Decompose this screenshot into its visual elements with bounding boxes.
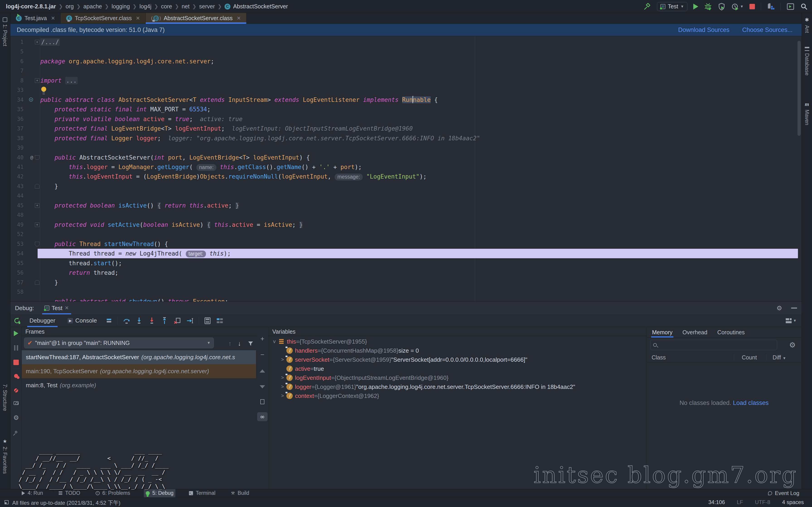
move-watch-up-button[interactable] <box>256 366 269 376</box>
load-classes-link[interactable]: Load classes <box>733 399 769 406</box>
expand-toggle-icon[interactable]: > <box>279 384 286 390</box>
breadcrumb-class[interactable]: AbstractSocketServer <box>233 3 288 10</box>
tab-coroutines[interactable]: Coroutines <box>717 327 745 337</box>
column-class[interactable]: Class <box>652 354 666 361</box>
column-count[interactable]: Count <box>742 354 757 361</box>
step-into-icon[interactable] <box>135 317 143 325</box>
variable-row[interactable]: fhandlers = {ConcurrentHashMap@1958} siz… <box>279 346 646 355</box>
project-structure-icon[interactable] <box>767 3 775 10</box>
implemented-gutter-icon[interactable]: ▾ <box>29 98 34 102</box>
tool-window-button-terminal[interactable]: >_Terminal <box>187 489 217 497</box>
move-watch-down-button[interactable] <box>256 382 269 392</box>
memory-settings-gear-icon[interactable]: ⚙ <box>789 341 796 349</box>
tab-overhead[interactable]: Overhead <box>682 327 707 337</box>
thread-dropdown[interactable]: ✔ "main"@1 in group "main": RUNNING ▼ <box>24 337 214 348</box>
hide-tool-window-icon[interactable] <box>791 307 797 308</box>
tab-console[interactable]: ▶Console <box>64 315 100 327</box>
breadcrumb-jar[interactable]: log4j-core-2.8.1.jar <box>6 3 56 10</box>
breadcrumb-item[interactable]: logging <box>111 3 130 10</box>
frame-row[interactable]: main:190, TcpSocketServer(org.apache.log… <box>22 364 256 378</box>
next-frame-icon[interactable]: ↓ <box>238 340 241 347</box>
code-editor[interactable]: 1+/.../56package org.apache.logging.log4… <box>10 36 802 301</box>
prev-frame-icon[interactable]: ↑ <box>229 340 232 347</box>
chevron-down-icon[interactable]: ▼ <box>740 5 744 9</box>
breadcrumb-item[interactable]: org <box>65 3 73 10</box>
search-everywhere-icon[interactable] <box>800 3 808 10</box>
run-anything-icon[interactable] <box>786 3 794 10</box>
close-icon[interactable]: ✕ <box>51 15 55 21</box>
variable-row[interactable]: >fcontext = {LoggerContext@1962} <box>279 391 646 400</box>
close-icon[interactable]: ✕ <box>237 15 241 21</box>
step-over-icon[interactable] <box>122 317 130 325</box>
tool-button-ant[interactable]: ✱Ant <box>804 17 810 33</box>
status-layout-icon[interactable] <box>5 500 9 504</box>
fold-open-icon[interactable] <box>35 155 39 160</box>
tool-window-button-problems[interactable]: !6: Problems <box>94 489 132 497</box>
expand-toggle-icon[interactable]: v <box>270 339 278 344</box>
variable-row[interactable]: vthis = {TcpSocketServer@1955} <box>270 337 646 346</box>
close-icon[interactable]: ✕ <box>65 305 69 311</box>
choose-sources-link[interactable]: Choose Sources... <box>742 26 793 34</box>
editor-scrollbar[interactable] <box>798 41 801 136</box>
run-button[interactable] <box>693 4 698 9</box>
breadcrumb-item[interactable]: net <box>182 3 190 10</box>
expand-toggle-icon[interactable]: > <box>279 375 286 381</box>
add-watch-button[interactable]: + <box>256 334 269 344</box>
editor-tab[interactable]: CTcpSocketServer.class✕ <box>61 13 146 23</box>
coverage-button[interactable] <box>718 3 725 10</box>
pause-button[interactable] <box>10 343 22 352</box>
stop-button[interactable] <box>750 4 755 9</box>
fold-plus-icon[interactable]: + <box>35 78 39 83</box>
stop-button[interactable] <box>10 358 22 367</box>
evaluate-expression-icon[interactable] <box>204 317 211 324</box>
frame-row[interactable]: main:8, Test(org.example) <box>22 378 256 392</box>
indent-setting[interactable]: 4 spaces <box>782 499 804 505</box>
fold-plus-icon[interactable]: + <box>35 223 39 227</box>
view-breakpoints-button[interactable] <box>10 372 22 381</box>
event-log-button[interactable]: Event Log <box>768 490 799 496</box>
resume-button[interactable] <box>10 329 22 338</box>
breadcrumb-item[interactable]: server <box>199 3 215 10</box>
tab-memory[interactable]: Memory <box>652 327 672 337</box>
tool-window-button-run[interactable]: 4: Run <box>20 489 45 497</box>
show-watches-in-variables-toggle[interactable]: ∞ <box>256 412 269 422</box>
layout-settings-icon[interactable] <box>216 317 223 324</box>
debug-button[interactable] <box>704 3 712 10</box>
run-to-cursor-icon[interactable] <box>186 317 194 325</box>
breadcrumb-item[interactable]: log4j <box>140 3 152 10</box>
show-execution-point-icon[interactable] <box>106 317 112 324</box>
line-ending[interactable]: LF <box>737 499 743 505</box>
step-out-icon[interactable] <box>161 317 168 325</box>
expand-toggle-icon[interactable]: > <box>279 357 286 362</box>
breadcrumb-item[interactable]: core <box>161 3 172 10</box>
tool-button-database[interactable]: Database <box>804 47 810 75</box>
frame-row[interactable]: startNewThread:187, AbstractSocketServer… <box>22 350 256 364</box>
tool-window-button-debug[interactable]: 5: Debug <box>144 489 175 497</box>
tab-debugger[interactable]: Debugger <box>26 315 59 327</box>
download-sources-link[interactable]: Download Sources <box>678 26 729 34</box>
tool-button-structure[interactable]: 7: Structure <box>2 384 8 411</box>
build-hammer-icon[interactable] <box>644 3 651 10</box>
pin-tab-icon[interactable] <box>10 428 22 437</box>
debugger-settings-gear-icon[interactable]: ⚙ <box>10 413 22 422</box>
variable-row[interactable]: factive = true <box>279 364 646 373</box>
mute-breakpoints-button[interactable] <box>10 386 22 395</box>
debug-settings-gear-icon[interactable]: ⚙ <box>776 304 782 312</box>
expand-toggle-icon[interactable]: > <box>279 393 286 399</box>
fold-plus-icon[interactable]: + <box>35 40 39 44</box>
profiler-button[interactable] <box>731 3 739 10</box>
file-encoding[interactable]: UTF-8 <box>755 499 770 505</box>
rerun-icon[interactable] <box>13 317 21 325</box>
filter-frames-icon[interactable] <box>247 340 254 347</box>
run-configuration-select[interactable]: Test ▼ <box>657 2 688 11</box>
tool-button-project[interactable]: 1: Project <box>2 17 8 46</box>
close-icon[interactable]: ✕ <box>136 15 140 21</box>
debug-session-tab[interactable]: Test ✕ <box>42 302 71 315</box>
fold-plus-icon[interactable]: + <box>35 203 39 208</box>
remove-watch-button[interactable]: − <box>256 350 269 360</box>
annotation-gutter-icon[interactable]: @ <box>30 155 34 160</box>
editor-tab[interactable]: CTest.java✕ <box>10 13 61 23</box>
tool-window-button-build[interactable]: ⚒Build <box>229 489 251 497</box>
tool-button-maven[interactable]: mMaven <box>804 101 810 125</box>
breadcrumb-item[interactable]: apache <box>83 3 102 10</box>
